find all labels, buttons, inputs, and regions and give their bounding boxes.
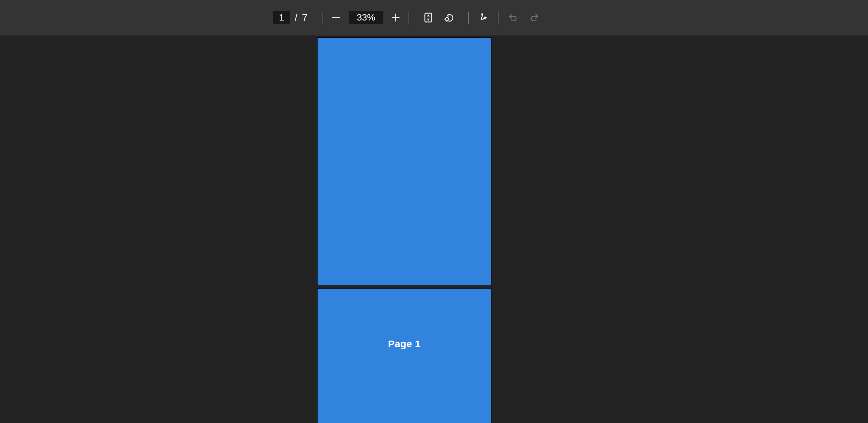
pdf-page[interactable]: Page 1 — [317, 288, 492, 423]
redo-icon — [529, 13, 539, 22]
fit-to-page-button[interactable] — [421, 9, 436, 26]
toolbar-separator — [498, 11, 498, 24]
draw-squiggle-icon — [478, 12, 488, 23]
toolbar-separator — [408, 11, 409, 24]
toolbar-separator — [322, 11, 323, 24]
zoom-in-button[interactable] — [388, 9, 404, 26]
plus-icon — [392, 13, 400, 22]
page-count-divider: / — [293, 0, 299, 35]
pdf-page[interactable] — [317, 37, 492, 285]
rotate-button[interactable] — [441, 9, 457, 26]
zoom-out-button[interactable] — [328, 9, 344, 26]
zoom-level-display[interactable]: 33% — [349, 11, 383, 24]
page-label: Page 1 — [317, 338, 491, 350]
redo-button[interactable] — [526, 9, 542, 26]
undo-button[interactable] — [505, 9, 521, 26]
page-number-input[interactable] — [273, 11, 290, 24]
page-count: 7 — [300, 0, 309, 35]
pdf-viewer: / 7 33% — [0, 0, 868, 423]
document-viewport[interactable]: Page 1 — [0, 36, 868, 423]
rotate-ccw-icon — [444, 12, 455, 23]
pdf-toolbar: / 7 33% — [0, 0, 868, 36]
undo-icon — [508, 13, 518, 22]
annotate-button[interactable] — [475, 9, 491, 26]
fit-to-page-icon — [425, 12, 432, 23]
minus-icon — [332, 13, 340, 22]
toolbar-separator — [468, 11, 469, 24]
